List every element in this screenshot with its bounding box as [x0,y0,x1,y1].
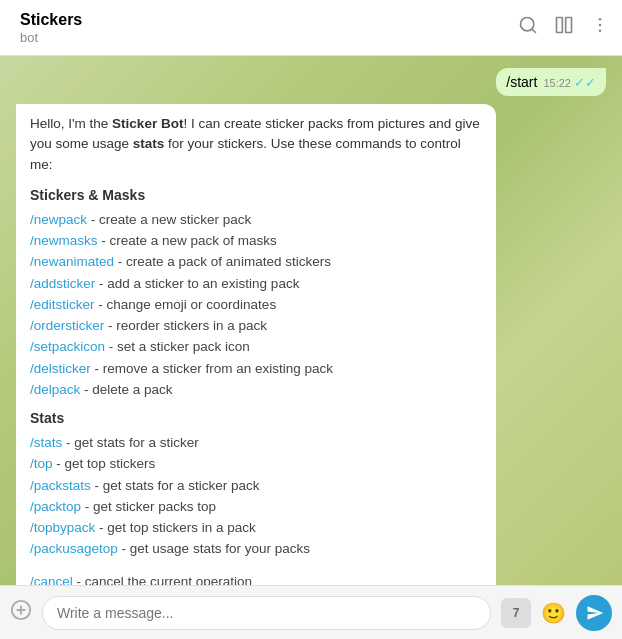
svg-rect-3 [566,18,572,33]
input-bar: 7 🙂 [0,585,622,639]
section-title-stickers: Stickers & Masks [30,185,482,206]
section-title-stats: Stats [30,408,482,429]
sent-message-start: /start 15:22 ✓✓ [496,68,606,96]
cmd-packusagetop: /packusagetop - get usage stats for your… [30,539,482,559]
svg-point-6 [599,30,602,33]
send-button[interactable] [576,595,612,631]
sent-time-start: 15:22 ✓✓ [543,75,596,90]
cmd-editsticker: /editsticker - change emoji or coordinat… [30,295,482,315]
cmd-stats: /stats - get stats for a sticker [30,433,482,453]
cmd-newpack: /newpack - create a new sticker pack [30,210,482,230]
cmd-topbypack: /topbypack - get top stickers in a pack [30,518,482,538]
cmd-newmasks: /newmasks - create a new pack of masks [30,231,482,251]
header-info: Stickers bot [20,10,518,44]
chat-title: Stickers [20,10,518,29]
cmd-cancel: /cancel - cancel the current operation [30,572,482,586]
sticker-button[interactable]: 7 [501,598,531,628]
header-icons [518,15,610,40]
message-input[interactable] [42,596,491,630]
cmd-delsticker: /delsticker - remove a sticker from an e… [30,359,482,379]
cmd-packstats: /packstats - get stats for a sticker pac… [30,476,482,496]
svg-point-5 [599,24,602,27]
cmd-setpackicon: /setpackicon - set a sticker pack icon [30,337,482,357]
cmd-newanimated: /newanimated - create a pack of animated… [30,252,482,272]
emoji-icon[interactable]: 🙂 [541,601,566,625]
svg-line-1 [532,29,536,33]
svg-rect-2 [557,18,563,33]
double-tick-start: ✓✓ [574,75,596,90]
cmd-delpack: /delpack - delete a pack [30,380,482,400]
more-menu-icon[interactable] [590,15,610,40]
sticker-label: 7 [513,606,520,620]
message-intro: Hello, I'm the Sticker Bot! I can create… [30,114,482,175]
columns-icon[interactable] [554,15,574,40]
chat-area: /start 15:22 ✓✓ Hello, I'm the Sticker B… [0,56,622,585]
search-icon[interactable] [518,15,538,40]
chat-header: Stickers bot [0,0,622,56]
attach-icon[interactable] [10,599,32,626]
cmd-packtop: /packtop - get sticker packs top [30,497,482,517]
cmd-addsticker: /addsticker - add a sticker to an existi… [30,274,482,294]
received-message-bot: Hello, I'm the Sticker Bot! I can create… [16,104,496,585]
cmd-top: /top - get top stickers [30,454,482,474]
cmd-ordersticker: /ordersticker - reorder stickers in a pa… [30,316,482,336]
chat-subtitle: bot [20,30,518,45]
svg-point-4 [599,18,602,21]
sent-text-start: /start [506,74,537,90]
